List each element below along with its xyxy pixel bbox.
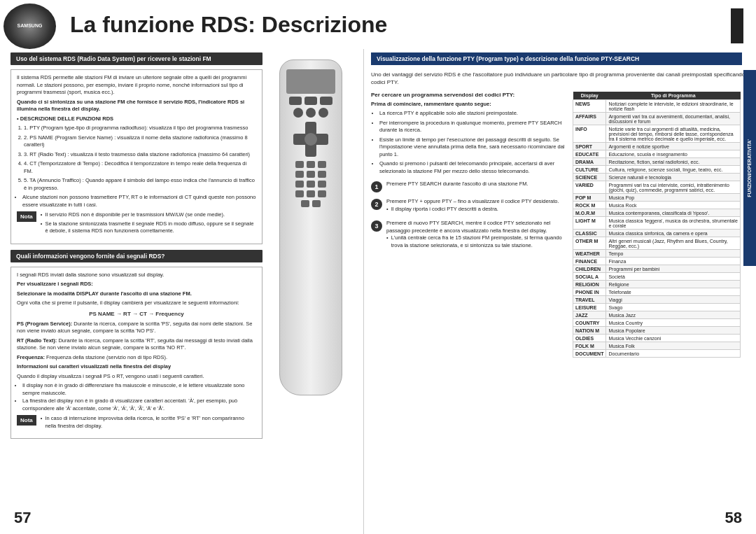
- table-row: LIGHT MMusica classica 'leggera', musica…: [573, 217, 741, 230]
- table-row: SCIENCEScienze naturali e tecnologia: [573, 174, 741, 181]
- pty-code-cell: VARIED: [573, 181, 606, 194]
- pty-code-cell: NATION M: [573, 327, 606, 335]
- pty-code-cell: COUNTRY: [573, 319, 606, 327]
- nota1-text-1: Il servizio RDS non è disponibile per le…: [45, 211, 225, 219]
- remote-dpad: [293, 122, 328, 157]
- pty-code-cell: ROCK M: [573, 202, 606, 209]
- table-row: NEWSNotiziari complete le interviste, le…: [573, 100, 741, 113]
- bullet-dot-2: •: [41, 220, 43, 235]
- pty-desc-cell: Cultura, religione, scienze sociali, lin…: [606, 166, 741, 174]
- pty-code-cell: SPORT: [573, 143, 606, 150]
- pty-intro: Uno dei vantaggi del servizio RDS è che …: [371, 71, 749, 86]
- pty-code-cell: SCIENCE: [573, 174, 606, 181]
- step-3: 3 Premere di nuovo PTY SEARCH, mentre il…: [371, 220, 567, 251]
- th-display: Display: [573, 92, 606, 100]
- table-row: DRAMARecitazione, fiction, serial radiof…: [573, 158, 741, 166]
- table-row: EDUCATEEducazione, scuola e insegnamento: [573, 150, 741, 158]
- left-page: Uso del sistema RDS (Radio Data System) …: [0, 0, 364, 534]
- remote-screen: [286, 69, 335, 94]
- pty-code-cell: FOLK M: [573, 342, 606, 350]
- section-quali: Quali informazioni vengono fornite dai s…: [10, 250, 262, 440]
- left-content: Uso del sistema RDS (Radio Data System) …: [10, 52, 262, 444]
- pty-code-cell: AFFAIRS: [573, 113, 606, 125]
- pty-desc-cell: Recitazione, fiction, serial radiofonici…: [606, 158, 741, 166]
- remote-btn-row-4: [295, 171, 326, 178]
- remote-btn-row-2: [293, 108, 328, 118]
- remote-sm-1: [295, 161, 304, 168]
- nota-box-2: Nota • In caso di interruzione improvvis…: [17, 415, 256, 431]
- right-content: Visualizzazione della funzione PTY (Prog…: [371, 52, 749, 358]
- pty-code-cell: M.O.R.M: [573, 209, 606, 217]
- table-row: INFONotizie varie tra cui argomenti di a…: [573, 125, 741, 143]
- section-rds-header: Uso del sistema RDS (Radio Data System) …: [10, 52, 262, 244]
- pty-desc-cell: Documentario: [606, 350, 741, 358]
- funzione-item-3: 3. RT (Radio Text) : visualizza il testo…: [24, 151, 256, 159]
- pty-desc-cell: Società: [606, 273, 741, 281]
- step-3-text: Premere di nuovo PTY SEARCH, mentre il c…: [386, 220, 550, 234]
- remote-sm-13: [301, 200, 309, 207]
- rt-bold: RT (Radio Text):: [17, 337, 57, 344]
- remote-btn-row-5: [295, 181, 326, 188]
- remote-btn-2: [304, 97, 317, 105]
- pty-desc-cell: Educazione, scuola e insegnamento: [606, 150, 741, 158]
- steps-intro: Prima di cominciare, rammentare quanto s…: [371, 101, 567, 107]
- remote-sm-2: [307, 161, 315, 168]
- display-step: Selezionare la modalità DISPLAY durante …: [17, 290, 256, 298]
- nota-content-1: • Il servizio RDS non è disponibile per …: [41, 211, 256, 237]
- table-row: PHONE INTelefonate: [573, 288, 741, 296]
- freq-bold: Frequenza:: [17, 354, 45, 360]
- funzione-note-1: Alcune stazioni non possono trasmettere …: [22, 194, 256, 209]
- table-header-row: Display Tipo di Programma: [573, 92, 741, 100]
- table-row: POP MMusica Pop: [573, 194, 741, 202]
- remote-sm-3: [318, 161, 326, 168]
- pty-bullet-4: Quando si premono i pulsanti del telecom…: [379, 160, 567, 175]
- nota1-item-1: • Il servizio RDS non è disponibile per …: [41, 211, 256, 219]
- remote-btn-row-7: [301, 200, 321, 207]
- pty-code-cell: OLDIES: [573, 335, 606, 342]
- table-row: TRAVELViaggi: [573, 296, 741, 304]
- per-visualizzare: Per visualizzare i segnali RDS:: [17, 281, 256, 288]
- step-num-1: 1: [371, 181, 382, 192]
- pty-code-cell: POP M: [573, 194, 606, 202]
- step-3-sub: • L'unità centrale cerca fra le 15 stazi…: [386, 234, 567, 249]
- remote-sm-7: [295, 181, 304, 188]
- nota-box-1: Nota • Il servizio RDS non è disponibile…: [17, 211, 256, 237]
- black-bar: [731, 8, 743, 43]
- right-page: Visualizzazione della funzione PTY (Prog…: [364, 0, 756, 534]
- pty-table: Display Tipo di Programma NEWSNotiziari …: [573, 92, 741, 358]
- pty-desc-cell: Programmi vari tra cui interviste, comic…: [606, 181, 741, 194]
- step-2-content: Premere PTY + oppure PTY – fino a visual…: [386, 198, 559, 214]
- step3-bullet: •: [386, 234, 388, 249]
- pty-code-cell: FINANCE: [573, 258, 606, 265]
- table-row: JAZZMusica Jazz: [573, 311, 741, 319]
- pty-code-cell: DOCUMENT: [573, 350, 606, 358]
- info-car-title: Informazioni sui caratteri visualizzati …: [17, 363, 256, 371]
- step-detail: Ogni volta che si preme il pulsante, il …: [17, 300, 256, 307]
- info-car-text: Quando il display visualizza i segnali P…: [17, 373, 256, 381]
- step-num-3: 3: [371, 220, 382, 232]
- pty-desc-cell: Tempo: [606, 250, 741, 258]
- pty-desc-cell: Religione: [606, 281, 741, 288]
- table-row: OTHER MAltri generi musicali (Jazz, Rhyt…: [573, 237, 741, 250]
- step-2-sub-text: Il display riporta i codici PTY descritt…: [391, 206, 498, 213]
- nota-content-2: • In caso di interruzione improvvisa del…: [41, 415, 256, 431]
- info-car-b1: Il display non è in grado di differenzia…: [22, 382, 256, 397]
- pty-desc-cell: Notiziari complete le interviste, le edi…: [606, 100, 741, 113]
- pty-desc-cell: Musica classica sinfonica, da camera e o…: [606, 230, 741, 237]
- pty-desc-cell: Argomenti e notizie sportive: [606, 143, 741, 150]
- table-row: DOCUMENTDocumentario: [573, 350, 741, 358]
- pty-code-cell: WEATHER: [573, 250, 606, 258]
- pty-code-cell: JAZZ: [573, 311, 606, 319]
- pty-desc-cell: Programmi per bambini: [606, 265, 741, 273]
- remote-sm-6: [318, 171, 326, 178]
- pty-desc-cell: Musica Vecchie canzoni: [606, 335, 741, 342]
- logo-text: SAMSUNG: [18, 23, 43, 29]
- remote-btn-row-1: [289, 97, 332, 105]
- remote-sm-11: [307, 190, 315, 197]
- pty-desc-cell: Musica Rock: [606, 202, 741, 209]
- pty-code-cell: OTHER M: [573, 237, 606, 250]
- pty-desc-cell: Musica Popolare: [606, 327, 741, 335]
- step-1-content: Premere PTY SEARCH durante l'ascolto di …: [386, 181, 528, 188]
- pty-code-cell: LEISURE: [573, 304, 606, 311]
- pty-code-cell: CLASSIC: [573, 230, 606, 237]
